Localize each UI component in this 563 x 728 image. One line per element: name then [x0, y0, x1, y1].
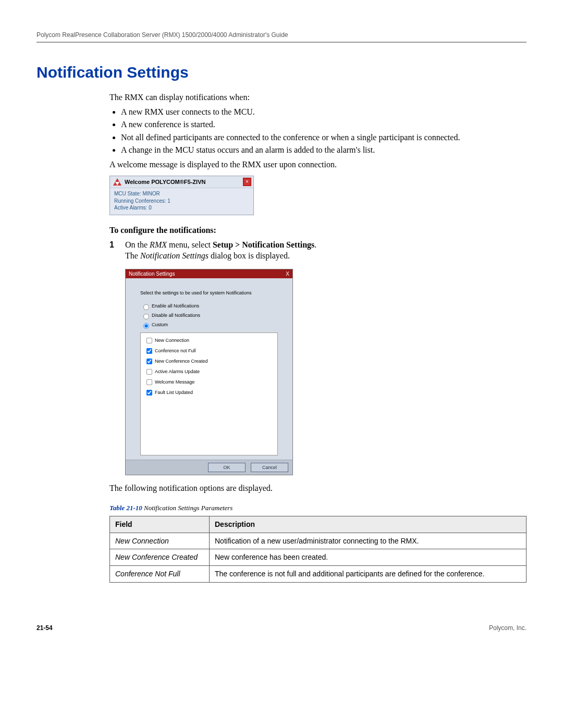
welcome-title-text: Welcome POLYCOM®F5-ZIVN [125, 178, 205, 186]
table-row: New Conference Created New conference ha… [110, 549, 527, 566]
check-label: New Connection [155, 338, 189, 343]
intro-after: A welcome message is displayed to the RM… [109, 159, 527, 170]
table-caption: Table 21-10 Notification Settings Parame… [109, 503, 527, 513]
check-label: Fault List Updated [155, 390, 193, 395]
page-title: Notification Settings [36, 64, 527, 81]
company-name: Polycom, Inc. [489, 624, 527, 632]
radio-enable-all[interactable] [143, 304, 149, 310]
table-name: Notification Settings Parameters [142, 504, 233, 512]
check-new-conference-created[interactable] [146, 359, 152, 364]
step-text-pre: On the [125, 240, 150, 249]
welcome-popup: Welcome POLYCOM®F5-ZIVN × MCU State: MIN… [109, 176, 254, 215]
intro-bullet: A change in the MCU status occurs and an… [121, 144, 527, 156]
result-pre: The [125, 251, 140, 260]
cell-desc: Notification of a new user/administrator… [210, 533, 527, 549]
notification-settings-dialog: Notification Settings X Select the setti… [125, 269, 293, 476]
intro-bullet: A new conference is started. [121, 119, 527, 130]
check-new-connection[interactable] [146, 338, 152, 343]
post-dialog-text: The following notification options are d… [109, 483, 527, 494]
close-icon[interactable]: × [243, 178, 251, 186]
step-text-after: . [314, 240, 316, 249]
procedure-step: 1 On the RMX menu, select Setup > Notifi… [109, 239, 527, 262]
cell-desc: New conference has been created. [210, 549, 527, 566]
result-dialog-name: Notification Settings [140, 251, 209, 260]
cell-field: Conference Not Full [110, 566, 210, 583]
radio-disable-all[interactable] [143, 314, 149, 319]
intro-bullet: A new RMX user connects to the MCU. [121, 106, 527, 118]
table-row: New Connection Notification of a new use… [110, 533, 527, 549]
menu-path: Setup > Notification Settings [213, 240, 314, 249]
page-number: 21-54 [36, 624, 53, 632]
cell-field: New Conference Created [110, 549, 210, 566]
check-fault-list-updated[interactable] [146, 390, 152, 396]
dialog-close-icon[interactable]: X [286, 270, 289, 278]
radio-custom[interactable] [143, 323, 149, 329]
intro-bullet: Not all defined participants are connect… [121, 132, 527, 143]
welcome-alarms: Active Alarms: 0 [114, 204, 249, 212]
cell-desc: The conference is not full and additiona… [210, 566, 527, 583]
welcome-conf: Running Conferences: 1 [114, 198, 249, 205]
procedure-heading: To configure the notifications: [109, 225, 527, 236]
check-label: New Conference Created [155, 359, 208, 364]
radio-custom-label: Custom [152, 323, 168, 328]
cell-field: New Connection [110, 533, 210, 549]
col-description: Description [210, 516, 527, 533]
check-label: Welcome Message [155, 379, 194, 385]
check-conference-not-full[interactable] [146, 348, 152, 354]
running-header: Polycom RealPresence Collaboration Serve… [36, 31, 527, 43]
step-text-mid: menu, select [167, 240, 213, 249]
check-label: Active Alarms Update [155, 369, 200, 374]
notification-settings-table: Field Description New Connection Notific… [109, 516, 527, 583]
check-welcome-message[interactable] [146, 379, 152, 385]
step-number: 1 [109, 239, 118, 262]
dialog-instruction: Select the settings to be used for syste… [140, 290, 278, 296]
polycom-logo-icon [113, 178, 121, 186]
check-label: Conference not Full [155, 348, 196, 353]
cancel-button[interactable]: Cancel [251, 463, 288, 472]
dialog-title: Notification Settings [129, 270, 175, 278]
result-after: dialog box is displayed. [209, 251, 290, 260]
table-row: Conference Not Full The conference is no… [110, 566, 527, 583]
ok-button[interactable]: OK [208, 463, 246, 472]
intro-lead: The RMX can display notifications when: [109, 92, 527, 103]
radio-enable-label: Enable all Notifications [152, 304, 199, 309]
table-number: Table 21-10 [109, 504, 142, 512]
col-field: Field [110, 516, 210, 533]
menu-app-name: RMX [150, 240, 167, 249]
radio-disable-label: Disable all Notifications [152, 313, 200, 318]
check-active-alarms-update[interactable] [146, 369, 152, 375]
intro-bullets: A new RMX user connects to the MCU. A ne… [121, 106, 527, 156]
notification-checklist: New Connection Conference not Full New C… [140, 332, 278, 455]
welcome-state: MCU State: MINOR [114, 190, 249, 198]
